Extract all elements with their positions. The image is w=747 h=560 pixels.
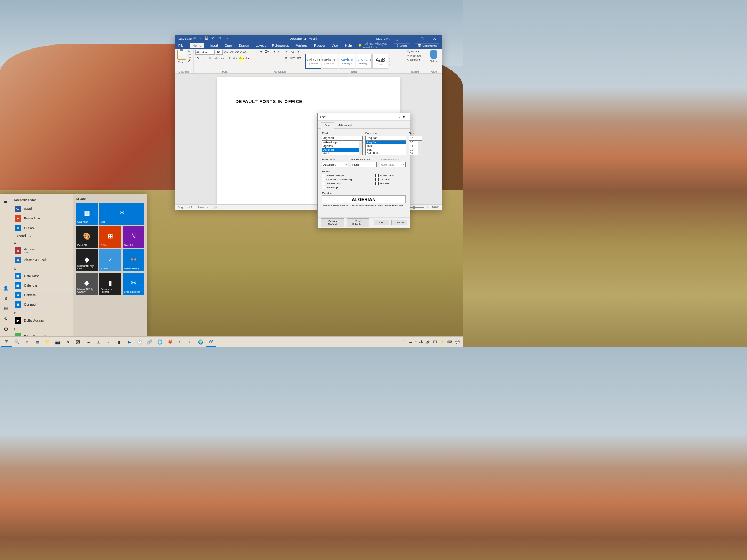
tile-paint3d[interactable]: 🎨Paint 3D [76, 226, 98, 248]
scrollbar[interactable] [359, 141, 362, 155]
align-right-icon[interactable]: ≡ [271, 55, 276, 60]
tile-calendar[interactable]: ▦Calendar [76, 203, 98, 225]
chrome-button[interactable]: 🌐 [155, 337, 165, 347]
tile-edge-canary[interactable]: ◆Microsoft Edge Canary [76, 273, 98, 295]
letter-heading-c[interactable]: C [14, 267, 71, 271]
tile-mail[interactable]: ✉Mail [99, 203, 144, 225]
list-item[interactable]: ◆Edge Canary Apps [14, 332, 71, 336]
microphone-icon[interactable] [430, 50, 437, 59]
tab-mailings[interactable]: Mailings [295, 43, 308, 48]
documents-icon[interactable]: 🗎 [0, 293, 12, 303]
replace-button[interactable]: ↔Replace [406, 54, 423, 58]
format-painter-icon[interactable]: 🖌 [188, 58, 192, 62]
style-no-spacing[interactable]: AaBbCcDc¶ No Spac... [322, 54, 338, 69]
save-icon[interactable]: 💾 [204, 36, 209, 41]
letter-heading-d[interactable]: D [14, 311, 71, 315]
change-case-icon[interactable]: Aa [235, 50, 240, 55]
tab-help[interactable]: Help [344, 43, 353, 48]
tab-home[interactable]: Home [190, 43, 204, 48]
word-count[interactable]: 4 words [198, 206, 208, 209]
select-button[interactable]: ↖Select▾ [406, 58, 423, 62]
tile-cmd[interactable]: ▮Command Prompt [99, 273, 121, 295]
subscript-checkbox[interactable]: Subscript [322, 186, 353, 189]
shrink-font-icon[interactable]: A▾ [229, 50, 235, 55]
search-button[interactable]: 🔍 [12, 337, 22, 347]
cancel-button[interactable]: Cancel [391, 220, 407, 225]
justify-icon[interactable]: ≡ [277, 55, 282, 60]
clock-button[interactable]: 🕐 [134, 337, 144, 347]
user-icon[interactable]: 👤 [0, 283, 12, 293]
power-tray-icon[interactable]: ⚡ [440, 340, 444, 344]
paste-button[interactable]: Paste [176, 50, 187, 64]
style-input[interactable] [365, 136, 406, 140]
italic-button[interactable]: I [201, 56, 206, 61]
styles-gallery-expand[interactable]: ▴▾▿ [389, 57, 390, 65]
expand-button[interactable]: Expand ⌄ [14, 233, 71, 239]
zoom-level[interactable]: 100% [432, 206, 439, 209]
list-item[interactable]: AAccessNew [14, 246, 71, 255]
borders-icon[interactable]: ▦▾ [296, 55, 301, 60]
style-heading2[interactable]: AaBbCcDHeading 2 [356, 54, 372, 69]
size-list[interactable]: 10 11 12 14 16 [409, 140, 422, 155]
edge-button[interactable]: e [175, 337, 185, 347]
numbering-icon[interactable]: ≣▾ [264, 50, 270, 54]
small-caps-checkbox[interactable]: Small caps [375, 174, 394, 177]
powershell-button[interactable]: ▶ [124, 337, 134, 347]
document-text[interactable]: DEFAULT FONTS IN OFFICE [236, 99, 382, 104]
tile-onenote[interactable]: NOneNote [123, 226, 144, 248]
list-item[interactable]: ▶Dolby Access [14, 316, 71, 325]
settings-icon[interactable]: ⚙ [0, 314, 12, 324]
list-item[interactable]: ▦Calendar [14, 281, 71, 290]
superscript-checkbox[interactable]: Superscript [322, 182, 353, 185]
firefox-button[interactable]: 🦊 [165, 337, 175, 347]
chevron-up-icon[interactable]: ⌃ [403, 340, 406, 344]
tab-review[interactable]: Review [313, 43, 326, 48]
letter-heading-e[interactable]: E [14, 327, 71, 331]
tile-mixed-reality[interactable]: 👓Mixed Reality... [123, 249, 144, 271]
bullets-icon[interactable]: ≡▾ [258, 50, 263, 54]
page-count[interactable]: Page 1 of 1 [178, 206, 193, 209]
zoom-in-icon[interactable]: + [427, 206, 429, 209]
style-title[interactable]: AaBTitle [372, 54, 388, 69]
font-color-select[interactable]: Automatic [322, 162, 348, 167]
security-icon[interactable]: 🗔 [433, 340, 437, 344]
double-strikethrough-checkbox[interactable]: Double strikethrough [322, 178, 353, 181]
ok-button[interactable]: OK [374, 220, 389, 225]
strikethrough-button[interactable]: ab [214, 56, 219, 61]
find-button[interactable]: 🔍Find▾ [406, 50, 423, 54]
tile-snip[interactable]: ✂Snip & Sketch [123, 273, 144, 295]
tab-insert[interactable]: Insert [209, 43, 219, 48]
tab-draw[interactable]: Draw [224, 43, 233, 48]
action-center-icon[interactable]: 💬 [455, 340, 460, 344]
size-input[interactable] [409, 136, 422, 140]
undo-icon[interactable]: ↶ [212, 36, 216, 41]
strikethrough-checkbox[interactable]: Strikethrough [322, 174, 353, 177]
show-marks-icon[interactable]: ¶ [296, 50, 301, 54]
hamburger-icon[interactable]: ☰ [0, 196, 12, 206]
list-item[interactable]: PPowerPoint [14, 214, 71, 223]
font-color-icon[interactable]: A [245, 56, 250, 61]
font-name-select[interactable] [195, 50, 215, 55]
photos-button[interactable]: 🖼 [73, 337, 83, 347]
pictures-icon[interactable]: 🖼 [0, 303, 12, 314]
share-button[interactable]: ⇪Share [394, 43, 410, 48]
style-list[interactable]: Regular Italic Bold Bold Italic [365, 140, 406, 155]
link-button[interactable]: 🔗 [144, 337, 155, 347]
set-default-button[interactable]: Set As Default [321, 218, 344, 227]
text-effects-button[interactable]: Text Effects... [347, 218, 369, 227]
align-left-icon[interactable]: ≡ [258, 55, 263, 60]
list-item[interactable]: ▦Calculator [14, 271, 71, 281]
clear-format-icon[interactable]: A⌫ [241, 50, 246, 55]
tile-todo[interactable]: ✓To-Do [99, 249, 121, 271]
toggle-icon[interactable] [193, 37, 201, 40]
cut-icon[interactable]: ✂ [188, 50, 192, 53]
edge-beta-button[interactable]: e [185, 337, 196, 347]
superscript-button[interactable]: x² [226, 56, 231, 61]
spell-check-icon[interactable]: 📖 [213, 206, 217, 209]
close-icon[interactable]: ✕ [430, 35, 439, 42]
grow-font-icon[interactable]: A▴ [224, 50, 229, 55]
redo-icon[interactable]: ↷ [219, 36, 223, 41]
font-list[interactable]: +Headings Agency FB Algerian Arial Arial… [322, 140, 363, 155]
qat-dropdown-icon[interactable]: ▾ [226, 36, 231, 41]
all-caps-checkbox[interactable]: All caps [375, 178, 394, 181]
